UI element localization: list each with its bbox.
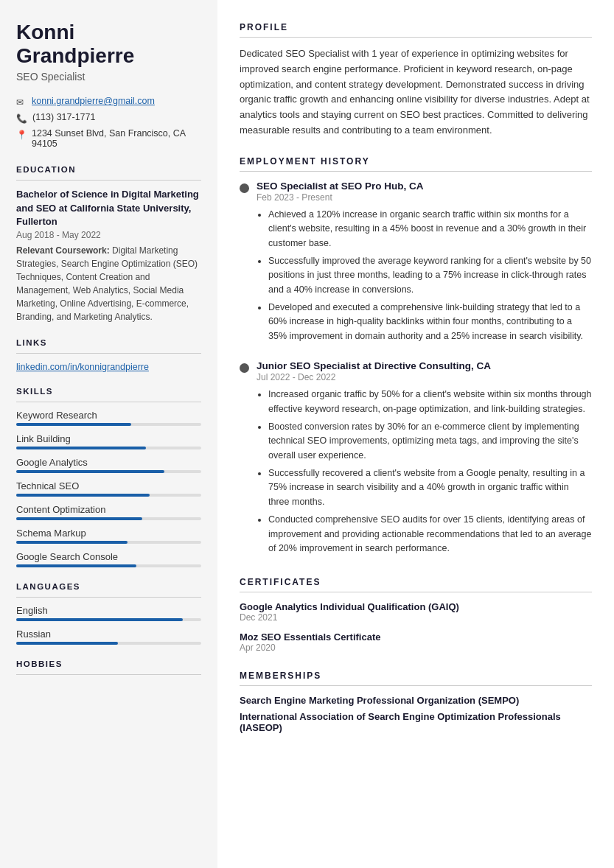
skill-name: Google Search Console	[16, 551, 201, 562]
edu-degree: Bachelor of Science in Digital Marketing…	[16, 188, 201, 228]
skill-bar-fill	[16, 517, 142, 520]
emp-dates: Feb 2023 - Present	[257, 192, 592, 203]
emp-job-title: SEO Specialist at SEO Pro Hub, CA	[257, 181, 592, 192]
skills-section: SKILLS Keyword Research Link Building Go…	[16, 387, 201, 567]
skill-name: Link Building	[16, 433, 201, 444]
email-icon: ✉	[16, 97, 27, 108]
language-bar-fill	[16, 642, 118, 645]
memberships-list: Search Engine Marketing Professional Org…	[240, 695, 592, 733]
candidate-title: SEO Specialist	[16, 71, 201, 83]
links-section: LINKS linkedin.com/in/konnigrandpierre	[16, 338, 201, 372]
skill-bar-fill	[16, 541, 128, 544]
skills-divider	[16, 402, 201, 402]
skills-title: SKILLS	[16, 387, 201, 396]
skill-name: Content Optimization	[16, 504, 201, 515]
sidebar: Konni Grandpierre SEO Specialist ✉ konni…	[0, 0, 217, 868]
memberships-section: MEMBERSHIPS Search Engine Marketing Prof…	[240, 671, 592, 733]
employment-list: SEO Specialist at SEO Pro Hub, CA Feb 20…	[240, 181, 592, 560]
employment-item: Junior SEO Specialist at Directive Consu…	[240, 360, 592, 559]
language-bar-bg	[16, 642, 201, 645]
certificate-name: Moz SEO Essentials Certificate	[240, 631, 592, 643]
edu-coursework: Relevant Coursework: Digital Marketing S…	[16, 244, 201, 323]
emp-content: SEO Specialist at SEO Pro Hub, CA Feb 20…	[257, 181, 592, 347]
employment-section: EMPLOYMENT HISTORY SEO Specialist at SEO…	[240, 156, 592, 560]
emp-dot	[240, 183, 249, 193]
skill-item: Content Optimization	[16, 504, 201, 520]
profile-text: Dedicated SEO Specialist with 1 year of …	[240, 46, 592, 139]
profile-section: PROFILE Dedicated SEO Specialist with 1 …	[240, 22, 592, 139]
certificates-section: CERTIFICATES Google Analytics Individual…	[240, 577, 592, 653]
resume-container: Konni Grandpierre SEO Specialist ✉ konni…	[0, 0, 614, 868]
skill-item: Schema Markup	[16, 528, 201, 544]
membership-item: International Association of Search Engi…	[240, 711, 592, 733]
skill-bar-bg	[16, 447, 201, 449]
language-name: English	[16, 605, 201, 616]
employment-item: SEO Specialist at SEO Pro Hub, CA Feb 20…	[240, 181, 592, 347]
skill-bar-fill	[16, 564, 136, 567]
membership-item: Search Engine Marketing Professional Org…	[240, 695, 592, 706]
language-bar-bg	[16, 618, 201, 621]
certificate-item: Google Analytics Individual Qualificatio…	[240, 601, 592, 623]
links-title: LINKS	[16, 338, 201, 347]
emp-bullet: Boosted conversion rates by 30% for an e…	[268, 420, 592, 463]
emp-bullets: Achieved a 120% increase in organic sear…	[257, 208, 592, 343]
emp-bullets: Increased organic traffic by 50% for a c…	[257, 388, 592, 556]
skill-item: Technical SEO	[16, 480, 201, 497]
contact-email: ✉ konni.grandpierre@gmail.com	[16, 96, 201, 108]
hobbies-title: HOBBIES	[16, 659, 201, 668]
memberships-divider	[240, 685, 592, 686]
hobbies-divider	[16, 674, 201, 675]
skill-name: Keyword Research	[16, 410, 201, 421]
emp-bullet: Successfully recovered a client's websit…	[268, 466, 592, 509]
certificates-list: Google Analytics Individual Qualificatio…	[240, 601, 592, 653]
skill-bar-bg	[16, 541, 201, 544]
memberships-title: MEMBERSHIPS	[240, 671, 592, 681]
language-item: Russian	[16, 629, 201, 645]
profile-divider	[240, 37, 592, 38]
skill-name: Technical SEO	[16, 480, 201, 491]
phone-icon: 📞	[16, 113, 27, 124]
education-divider	[16, 180, 201, 181]
skill-item: Google Search Console	[16, 551, 201, 567]
skills-list: Keyword Research Link Building Google An…	[16, 410, 201, 567]
skill-name: Google Analytics	[16, 457, 201, 468]
languages-section: LANGUAGES English Russian	[16, 582, 201, 645]
emp-bullet: Developed and executed a comprehensive l…	[268, 301, 592, 343]
skill-item: Keyword Research	[16, 410, 201, 426]
linkedin-link[interactable]: linkedin.com/in/konnigrandpierre	[16, 362, 149, 372]
certificate-date: Apr 2020	[240, 643, 592, 653]
language-name: Russian	[16, 629, 201, 640]
edu-dates: Aug 2018 - May 2022	[16, 230, 201, 240]
candidate-name: Konni Grandpierre	[16, 21, 201, 68]
skill-bar-bg	[16, 494, 201, 497]
emp-content: Junior SEO Specialist at Directive Consu…	[257, 360, 592, 559]
profile-title: PROFILE	[240, 22, 592, 32]
language-item: English	[16, 605, 201, 621]
emp-bullet: Successfully improved the average keywor…	[268, 254, 592, 297]
skill-bar-bg	[16, 423, 201, 426]
emp-bullet: Achieved a 120% increase in organic sear…	[268, 208, 592, 251]
certificate-name: Google Analytics Individual Qualificatio…	[240, 601, 592, 612]
main-content: PROFILE Dedicated SEO Specialist with 1 …	[217, 0, 614, 868]
email-link[interactable]: konni.grandpierre@gmail.com	[32, 96, 155, 106]
emp-bullet-col	[240, 181, 249, 347]
skill-bar-fill	[16, 470, 164, 473]
skill-bar-fill	[16, 423, 131, 426]
emp-bullet: Increased organic traffic by 50% for a c…	[268, 388, 592, 416]
emp-dot	[240, 363, 249, 373]
employment-title: EMPLOYMENT HISTORY	[240, 156, 592, 167]
education-section: EDUCATION Bachelor of Science in Digital…	[16, 165, 201, 323]
skill-item: Google Analytics	[16, 457, 201, 473]
skill-item: Link Building	[16, 433, 201, 449]
contact-phone: 📞 (113) 317-1771	[16, 112, 201, 124]
skill-bar-bg	[16, 470, 201, 473]
hobbies-section: HOBBIES	[16, 659, 201, 675]
emp-job-title: Junior SEO Specialist at Directive Consu…	[257, 360, 592, 371]
skill-name: Schema Markup	[16, 528, 201, 539]
certificates-divider	[240, 592, 592, 592]
links-divider	[16, 353, 201, 354]
languages-list: English Russian	[16, 605, 201, 645]
skill-bar-bg	[16, 564, 201, 567]
emp-dates: Jul 2022 - Dec 2022	[257, 372, 592, 382]
location-icon: 📍	[16, 130, 27, 140]
